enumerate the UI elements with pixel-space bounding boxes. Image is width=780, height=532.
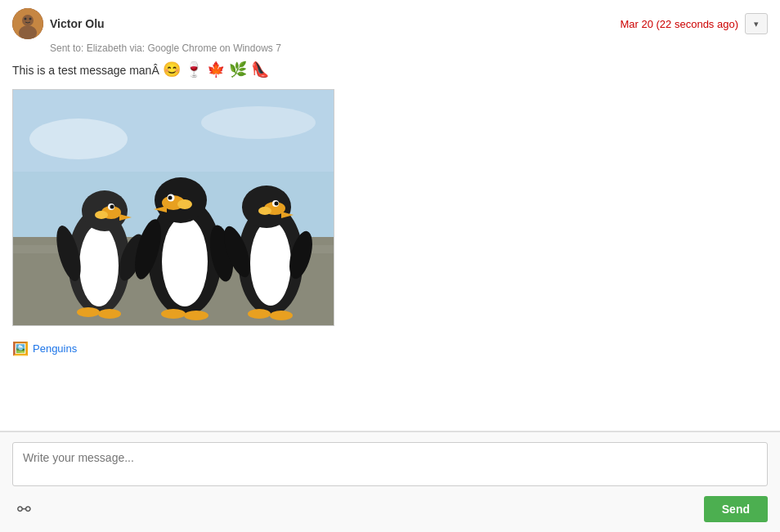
header-right: Mar 20 (22 seconds ago) ▾ [620, 13, 768, 34]
compose-area: ⚯ Send [0, 431, 780, 532]
sender-info: Victor Olu [12, 8, 105, 39]
svg-point-39 [275, 202, 279, 206]
message-header: Victor Olu Mar 20 (22 seconds ago) ▾ [12, 8, 768, 39]
link-icon: ⚯ [17, 499, 31, 519]
svg-point-31 [161, 309, 186, 319]
dropdown-icon: ▾ [754, 19, 759, 29]
svg-point-1 [22, 15, 34, 26]
sender-name: Victor Olu [50, 17, 105, 30]
svg-point-28 [168, 196, 173, 200]
svg-point-34 [250, 221, 291, 306]
svg-point-32 [184, 311, 208, 320]
svg-point-4 [29, 18, 32, 20]
svg-point-17 [110, 205, 114, 209]
toolbar-left: ⚯ [12, 496, 36, 522]
message-input[interactable] [12, 442, 768, 486]
message-text: This is a test message manÂ 😊 🍷 🍁 🌿 👠 [12, 59, 768, 81]
attachment-link[interactable]: 🖼️ Penguins [12, 341, 768, 356]
svg-point-26 [177, 199, 192, 209]
svg-point-3 [25, 18, 27, 20]
message-image [12, 89, 334, 326]
svg-point-15 [95, 211, 108, 219]
compose-toolbar: ⚯ Send [12, 496, 768, 522]
svg-point-21 [98, 309, 121, 319]
sent-to-label: Sent to: Elizabeth via: Google Chrome on… [50, 42, 768, 54]
send-button[interactable]: Send [704, 496, 768, 522]
svg-point-12 [79, 225, 119, 306]
timestamp: Mar 20 (22 seconds ago) [620, 18, 738, 30]
dropdown-button[interactable]: ▾ [745, 13, 768, 34]
penguin-photo [13, 90, 334, 325]
svg-point-9 [29, 118, 128, 159]
svg-point-42 [248, 309, 271, 319]
svg-point-37 [258, 207, 271, 215]
link-button[interactable]: ⚯ [12, 496, 36, 522]
message-area: Victor Olu Mar 20 (22 seconds ago) ▾ Sen… [0, 0, 780, 431]
svg-point-23 [162, 217, 208, 306]
attachment-filename: Penguins [33, 342, 77, 355]
message-emojis: 😊 🍷 🍁 🌿 👠 [163, 61, 269, 78]
svg-point-43 [270, 311, 293, 320]
attachment-icon: 🖼️ [12, 341, 29, 356]
svg-point-20 [77, 307, 100, 317]
svg-point-10 [201, 106, 316, 139]
avatar [12, 8, 43, 39]
